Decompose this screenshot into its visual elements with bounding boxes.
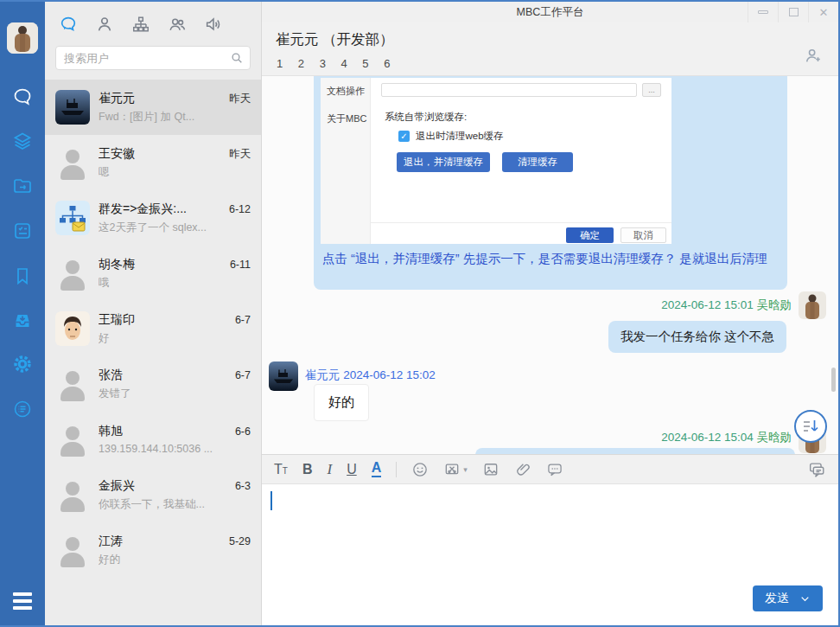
search-icon bbox=[230, 51, 244, 65]
dialog-sidebar: 文档操作 关于MBC bbox=[321, 78, 371, 244]
contact-name: 金振兴 bbox=[99, 478, 230, 494]
contact-row-wangruiyin[interactable]: 王瑞印6-7 好 bbox=[45, 301, 261, 356]
contact-time: 6-11 bbox=[230, 259, 251, 271]
message-record-icon[interactable] bbox=[807, 460, 826, 479]
contact-name: 张浩 bbox=[99, 368, 230, 383]
task-list-icon[interactable] bbox=[12, 221, 33, 241]
message-scrollbar[interactable] bbox=[831, 368, 836, 392]
contact-list: 崔元元昨天 Fwd：[图片] 加 Qt... 王安徽昨天 嗯 群发=>金振兴:.… bbox=[45, 80, 261, 625]
message-meta: 2024-06-12 15:01 吴晗勋 bbox=[661, 298, 792, 313]
contact-row-hudongmei[interactable]: 胡冬梅6-11 哦 bbox=[45, 246, 261, 301]
app-window: 崔元元昨天 Fwd：[图片] 加 Qt... 王安徽昨天 嗯 群发=>金振兴:.… bbox=[0, 0, 840, 627]
font-size-button[interactable]: TT bbox=[274, 463, 288, 477]
attachment-icon[interactable] bbox=[514, 461, 531, 478]
bubble-dots-icon[interactable] bbox=[546, 461, 563, 478]
add-person-icon[interactable] bbox=[804, 46, 823, 65]
bold-button[interactable]: B bbox=[302, 463, 313, 477]
embedded-settings-screenshot[interactable]: 文档操作 关于MBC ... 系统自带浏览缓存: ✓ 退出时清理web缓存 退出… bbox=[321, 78, 671, 244]
message-meta: 崔元元 2024-06-12 15:02 bbox=[305, 368, 436, 383]
message-bubble-image: 文档操作 关于MBC ... 系统自带浏览缓存: ✓ 退出时清理web缓存 退出… bbox=[314, 76, 787, 290]
message-bubble-sent: 我发一个任务给你 这个不急 bbox=[608, 321, 786, 353]
title-bar: MBC工作平台 ✕ bbox=[262, 2, 838, 22]
main-area: MBC工作平台 ✕ 崔元元 （开发部） 1 2 3 4 5 6 文档操作 关于M… bbox=[261, 2, 838, 625]
inbox-download-icon[interactable] bbox=[12, 310, 33, 330]
user-avatar[interactable] bbox=[7, 22, 38, 54]
italic-button[interactable]: I bbox=[327, 462, 332, 477]
contact-name: 韩旭 bbox=[99, 424, 230, 439]
contact-time: 昨天 bbox=[229, 92, 251, 106]
chevron-down-icon bbox=[799, 593, 811, 605]
contact-preview: 好 bbox=[99, 331, 251, 346]
font-color-button[interactable]: A bbox=[372, 461, 382, 477]
contact-preview: 发错了 bbox=[99, 387, 251, 401]
contact-time: 5-29 bbox=[229, 535, 251, 547]
contact-preview: 哦 bbox=[99, 276, 251, 291]
text-caret bbox=[270, 491, 272, 510]
emoji-icon[interactable] bbox=[411, 461, 429, 478]
person-avatar bbox=[55, 477, 90, 512]
message-author: 崔元元 bbox=[305, 368, 340, 381]
contact-row-hanxu[interactable]: 韩旭6-6 139.159.144.10:5036 ... bbox=[45, 412, 261, 467]
minimize-button[interactable] bbox=[748, 2, 778, 22]
contact-row-qunfa[interactable]: 群发=>金振兴:...6-12 这2天弄了一个 sqlex... bbox=[45, 190, 261, 246]
contact-row-zhanghao[interactable]: 张浩6-7 发错了 bbox=[45, 356, 261, 412]
person-avatar bbox=[55, 422, 90, 457]
contact-avatar[interactable] bbox=[269, 361, 298, 391]
face-avatar bbox=[55, 311, 90, 346]
person-avatar bbox=[55, 533, 90, 567]
message-input[interactable]: 发送 bbox=[262, 484, 838, 625]
message-author: 吴晗勋 bbox=[757, 431, 792, 444]
message-area[interactable]: 文档操作 关于MBC ... 系统自带浏览缓存: ✓ 退出时清理web缓存 退出… bbox=[262, 76, 838, 454]
close-button[interactable]: ✕ bbox=[808, 2, 838, 22]
speaker-tab-icon[interactable] bbox=[204, 15, 223, 34]
chat-icon[interactable] bbox=[12, 86, 33, 107]
bookmark-icon[interactable] bbox=[12, 266, 33, 286]
contact-time: 6-12 bbox=[229, 203, 251, 215]
contact-row-cuiyuanyuan[interactable]: 崔元元昨天 Fwd：[图片] 加 Qt... bbox=[45, 80, 261, 135]
contact-preview: Fwd：[图片] 加 Qt... bbox=[99, 110, 251, 125]
contact-time: 6-7 bbox=[235, 369, 251, 381]
contact-panel: 崔元元昨天 Fwd：[图片] 加 Qt... 王安徽昨天 嗯 群发=>金振兴:.… bbox=[45, 2, 261, 625]
contact-row-wanganhui[interactable]: 王安徽昨天 嗯 bbox=[45, 135, 261, 190]
send-button[interactable]: 发送 bbox=[753, 585, 823, 611]
maximize-icon bbox=[789, 8, 799, 16]
layers-icon[interactable] bbox=[12, 131, 33, 151]
circled-list-icon[interactable] bbox=[12, 399, 33, 419]
message-text: 点击 “退出，并清理缓存” 先提示一下，是否需要退出清理缓存？ 是就退出后清理 bbox=[322, 250, 780, 268]
dialog-separator bbox=[371, 222, 671, 223]
search-input[interactable] bbox=[64, 47, 232, 69]
person-tab-icon[interactable] bbox=[95, 15, 114, 34]
image-icon[interactable] bbox=[482, 461, 500, 478]
contact-preview: 嗯 bbox=[99, 165, 251, 180]
dialog-checkbox-label: 退出时清理web缓存 bbox=[416, 130, 504, 143]
chat-header: 崔元元 （开发部） 1 2 3 4 5 6 bbox=[262, 22, 838, 76]
contact-name: 群发=>金振兴:... bbox=[99, 202, 224, 217]
maximize-button[interactable] bbox=[778, 2, 808, 22]
contact-time: 昨天 bbox=[229, 147, 251, 162]
contact-preview: 这2天弄了一个 sqlex... bbox=[99, 221, 251, 235]
contact-time: 6-6 bbox=[235, 425, 251, 438]
message-author: 吴晗勋 bbox=[757, 298, 792, 311]
dialog-file-input bbox=[381, 83, 637, 97]
hamburger-menu-icon[interactable] bbox=[13, 592, 32, 610]
dialog-checkbox-checked: ✓ bbox=[398, 131, 410, 142]
chat-page-tabs[interactable]: 1 2 3 4 5 6 bbox=[277, 57, 396, 70]
contact-row-jiangtao[interactable]: 江涛5-29 好的 bbox=[45, 522, 261, 578]
dialog-sidebar-item: 关于MBC bbox=[327, 112, 366, 125]
dialog-cancel-button: 取消 bbox=[620, 227, 666, 243]
composer-toolbar: TT B I U A ▾ bbox=[262, 454, 838, 484]
panel-tabs bbox=[45, 2, 261, 39]
person-avatar bbox=[55, 367, 90, 401]
org-chart-tab-icon[interactable] bbox=[131, 15, 150, 34]
screenshot-button[interactable]: ▾ bbox=[443, 461, 468, 478]
user-avatar[interactable] bbox=[799, 291, 826, 319]
underline-button[interactable]: U bbox=[347, 463, 357, 477]
contact-name: 王瑞印 bbox=[99, 312, 230, 328]
chat-tab-icon[interactable] bbox=[59, 15, 78, 34]
contact-row-jinzhenxing[interactable]: 金振兴6-3 你联系一下，我基础... bbox=[45, 467, 261, 522]
people-group-tab-icon[interactable] bbox=[168, 15, 187, 34]
contact-name: 王安徽 bbox=[99, 146, 224, 162]
scroll-to-bottom-button[interactable] bbox=[794, 410, 827, 443]
gear-icon[interactable] bbox=[12, 354, 33, 374]
folder-transfer-icon[interactable] bbox=[12, 176, 33, 196]
